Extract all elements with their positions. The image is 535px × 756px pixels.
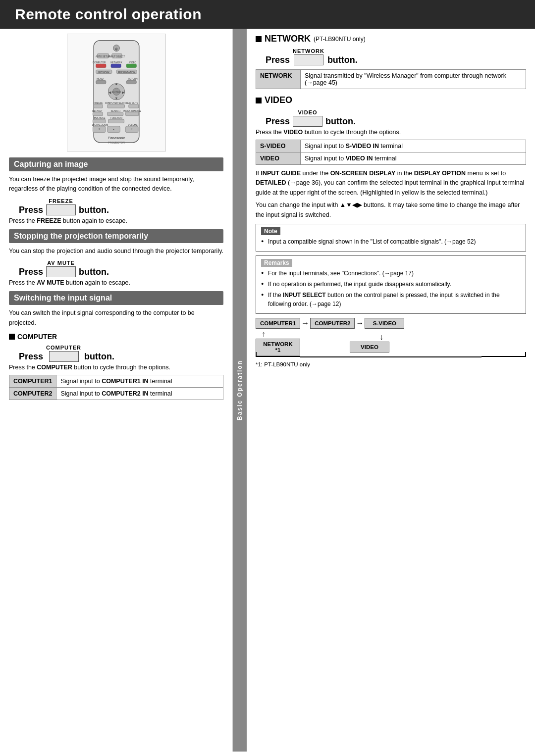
svg-rect-32 <box>107 104 124 108</box>
diagram-computer2: COMPUTER2 <box>310 318 355 329</box>
svg-text:Panasonic: Panasonic <box>107 136 125 140</box>
svg-rect-20 <box>126 80 136 84</box>
svg-text:MENU: MENU <box>97 78 103 80</box>
arrow-right-icon-2: → <box>356 319 364 328</box>
svg-rect-33 <box>128 104 138 108</box>
svg-rect-31 <box>94 104 103 108</box>
svg-text:COMPUTER SEARCH: COMPUTER SEARCH <box>105 102 128 104</box>
svg-rect-43 <box>108 119 124 123</box>
computer-label: COMPUTER <box>17 333 57 341</box>
computer-button[interactable] <box>49 351 79 362</box>
avmute-press-row: Press AV MUTE button. <box>19 260 223 277</box>
network-button-wrap: NETWORK <box>293 48 324 65</box>
svg-text:FREEZE: FREEZE <box>94 102 103 104</box>
sidebar-basic-operation: Basic Operation <box>233 29 247 752</box>
page-footer: 24 - ENGLISH <box>0 752 535 756</box>
freeze-button-label: button. <box>79 205 109 215</box>
svg-rect-42 <box>93 119 106 123</box>
input-guide-text: If INPUT GUIDE under the ON-SCREEN DISPL… <box>256 169 526 198</box>
avmute-escape-text: Press the AV MUTE button again to escape… <box>9 279 223 286</box>
svg-text:PROJECTOR: PROJECTOR <box>108 141 125 144</box>
network-button-label: button. <box>327 55 358 65</box>
network-header-row: NETWORK (PT-LB90NTU only) <box>256 34 526 44</box>
svg-text:VOLUME: VOLUME <box>128 124 137 126</box>
arrow-down-icon: ↓ <box>379 333 389 342</box>
svg-text:FUNCTION: FUNCTION <box>110 117 122 119</box>
switching-header: Switching the input signal <box>9 291 223 305</box>
svg-text:⏻: ⏻ <box>115 48 118 50</box>
diagram-footnote: *1: PT-LB90NTU only <box>256 361 526 367</box>
computer-button-wrap: COMPUTER <box>46 345 81 362</box>
list-item: For the input terminals, see "Connection… <box>261 269 521 278</box>
computer-button-top-label: COMPUTER <box>46 345 81 351</box>
table-row: COMPUTER2 Signal input to COMPUTER2 IN t… <box>9 387 223 400</box>
freeze-escape-text: Press the FREEZE button again to escape. <box>9 217 223 224</box>
table-row: S-VIDEO Signal input to S-VIDEO IN termi… <box>256 140 526 152</box>
remarks-title: Remarks <box>261 259 292 267</box>
avmute-press-label: Press <box>19 267 43 277</box>
table-row: VIDEO Signal input to VIDEO IN terminal <box>256 152 526 165</box>
freeze-button[interactable] <box>46 204 76 215</box>
list-item: If no operation is performed, the input … <box>261 280 521 289</box>
computer-cycle-text: Press the COMPUTER button to cycle throu… <box>9 364 223 371</box>
stopping-header: Stopping the projection temporarily <box>9 229 223 243</box>
list-item: If the INPUT SELECT button on the contro… <box>261 291 521 308</box>
avmute-button[interactable] <box>46 266 76 277</box>
table-row: NETWORK Signal transmitted by "Wireless … <box>256 70 526 89</box>
computer-press-row: Press COMPUTER button. <box>19 345 223 362</box>
remarks-box: Remarks For the input terminals, see "Co… <box>256 255 526 314</box>
computer-press-label: Press <box>19 352 43 362</box>
network-press-row: Press NETWORK button. <box>266 48 526 65</box>
svg-text:+: + <box>98 127 100 132</box>
svg-text:AV MUTE: AV MUTE <box>128 102 138 104</box>
input-diagram: COMPUTER1 → COMPUTER2 → S-VIDEO ↑ NETWOR… <box>256 318 526 357</box>
diagram-video: VIDEO <box>350 342 389 353</box>
svg-text:ENTER: ENTER <box>111 91 121 94</box>
svg-rect-37 <box>93 112 103 115</box>
network-square-icon <box>256 36 262 42</box>
video-header: VIDEO <box>265 95 292 105</box>
stopping-body: You can stop the projection and audio so… <box>9 247 223 256</box>
network-button-top-label: NETWORK <box>293 48 324 54</box>
svg-text:▼: ▼ <box>114 96 118 101</box>
svg-rect-12 <box>126 64 136 67</box>
avmute-button-wrap: AV MUTE <box>46 260 76 277</box>
svg-text:▲: ▲ <box>114 82 118 86</box>
arrow-up-icon: ↑ <box>256 330 266 339</box>
video-table: S-VIDEO Signal input to S-VIDEO IN termi… <box>256 140 526 165</box>
change-text: You can change the input with ▲▼◀▶ butto… <box>256 201 526 220</box>
svideo-cell-text: Signal input to S-VIDEO IN terminal <box>301 140 526 152</box>
video-button-wrap: VIDEO <box>293 109 322 127</box>
svg-text:PRESENTATION: PRESENTATION <box>117 71 135 74</box>
svg-text:RETURN: RETURN <box>128 78 137 80</box>
remote-control-image: ⏻ AUTO SETUP INPUT SELECT COMPUTER NETWO… <box>67 34 166 151</box>
svg-text:INDEX-WINDOW: INDEX-WINDOW <box>123 110 141 112</box>
computer-subsection: COMPUTER <box>9 333 223 341</box>
list-item: Input a compatible signal shown in the "… <box>261 237 521 246</box>
diagram-computer1: COMPUTER1 <box>256 318 300 329</box>
video-cycle-text: Press the VIDEO button to cycle through … <box>256 129 526 136</box>
computer-square-icon <box>9 334 15 340</box>
computer-table: COMPUTER1 Signal input to COMPUTER1 IN t… <box>9 375 223 400</box>
svg-text:SEARCH: SEARCH <box>110 110 120 112</box>
freeze-press-label: Press <box>19 205 43 215</box>
capturing-body: You can freeze the projected image and s… <box>9 175 223 194</box>
computer2-header: COMPUTER2 <box>9 387 56 400</box>
computer2-text: Signal input to COMPUTER2 IN terminal <box>56 387 223 400</box>
arrow-right-icon: → <box>301 319 309 328</box>
svg-rect-10 <box>96 64 106 67</box>
video-button-top-label: VIDEO <box>298 109 317 115</box>
video-header-row: VIDEO <box>256 95 526 105</box>
video-button[interactable] <box>293 116 322 127</box>
freeze-button-wrap: FREEZE <box>46 198 76 215</box>
right-column: NETWORK (PT-LB90NTU only) Press NETWORK … <box>247 29 535 752</box>
svg-text:INPUT SELECT: INPUT SELECT <box>108 55 125 58</box>
network-table: NETWORK Signal transmitted by "Wireless … <box>256 69 526 89</box>
network-press-label: Press <box>266 55 290 65</box>
remarks-list: For the input terminals, see "Connection… <box>261 269 521 308</box>
network-button[interactable] <box>294 54 323 65</box>
avmute-button-label: button. <box>79 267 109 277</box>
video-button-label: button. <box>325 116 356 127</box>
svg-text:NETWORK: NETWORK <box>110 61 122 64</box>
network-subtitle: (PT-LB90NTU only) <box>314 36 366 43</box>
